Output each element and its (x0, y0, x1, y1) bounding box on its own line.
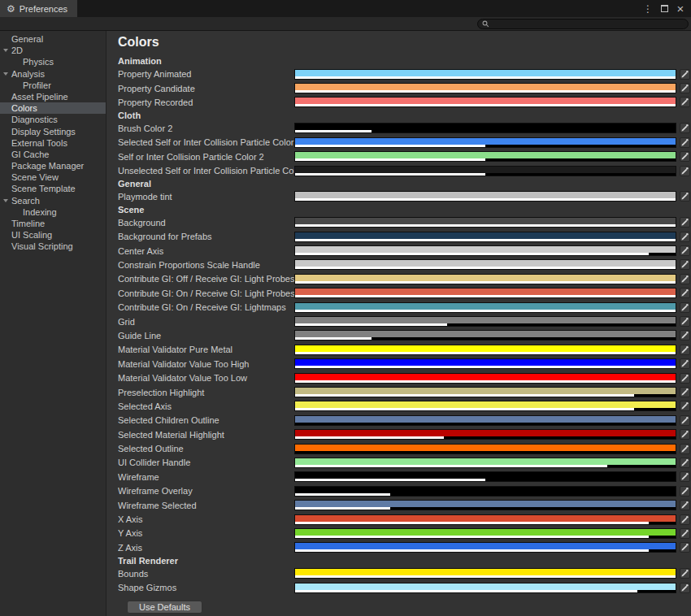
eyedropper-button[interactable] (680, 83, 690, 93)
eyedropper-button[interactable] (680, 415, 690, 426)
eyedropper-button[interactable] (680, 245, 690, 256)
color-swatch[interactable] (294, 245, 676, 256)
eyedropper-button[interactable] (680, 274, 690, 284)
color-swatch[interactable] (294, 583, 676, 593)
eyedropper-button[interactable] (680, 123, 690, 133)
color-swatch[interactable] (294, 358, 676, 369)
color-swatch[interactable] (294, 444, 676, 454)
color-swatch[interactable] (294, 166, 676, 176)
sidebar-item-physics[interactable]: Physics (0, 56, 106, 67)
swatch-alpha-bar (295, 281, 676, 284)
expander-triangle-icon[interactable] (3, 72, 8, 76)
eyedropper-button[interactable] (680, 401, 690, 411)
sidebar-item-visual-scripting[interactable]: Visual Scripting (0, 241, 106, 252)
sidebar-item-2d[interactable]: 2D (0, 45, 106, 56)
swatch-alpha-bar (295, 451, 676, 453)
eyedropper-button[interactable] (680, 217, 690, 228)
sidebar-item-colors[interactable]: Colors (0, 102, 106, 114)
eyedropper-button[interactable] (680, 387, 690, 397)
eyedropper-button[interactable] (680, 486, 690, 497)
color-swatch[interactable] (294, 83, 676, 93)
sidebar-item-profiler[interactable]: Profiler (0, 80, 106, 91)
sidebar-item-gi-cache[interactable]: GI Cache (0, 149, 106, 160)
search-input[interactable] (492, 20, 684, 28)
color-swatch[interactable] (294, 471, 676, 482)
eyedropper-button[interactable] (680, 542, 690, 553)
color-swatch[interactable] (294, 137, 676, 148)
eyedropper-button[interactable] (680, 166, 690, 176)
sidebar-item-diagnostics[interactable]: Diagnostics (0, 114, 106, 125)
eyedropper-button[interactable] (680, 345, 690, 355)
sidebar-item-scene-view[interactable]: Scene View (0, 171, 106, 183)
eyedropper-button[interactable] (680, 97, 690, 107)
color-swatch[interactable] (294, 345, 676, 355)
window-menu-icon[interactable]: ⋮ (642, 3, 654, 15)
eyedropper-button[interactable] (680, 288, 690, 298)
sidebar-item-display-settings[interactable]: Display Settings (0, 126, 106, 137)
eyedropper-button[interactable] (680, 191, 690, 202)
eyedropper-button[interactable] (680, 259, 690, 270)
eyedropper-button[interactable] (680, 528, 690, 539)
color-swatch[interactable] (294, 288, 676, 298)
color-swatch[interactable] (294, 69, 676, 80)
color-swatch[interactable] (294, 415, 676, 426)
tab-preferences[interactable]: ⚙ Preferences (0, 0, 77, 17)
color-swatch[interactable] (294, 302, 676, 313)
color-swatch[interactable] (294, 97, 676, 107)
eyedropper-button[interactable] (680, 568, 690, 579)
color-swatch[interactable] (294, 528, 676, 539)
maximize-icon[interactable] (658, 3, 670, 15)
search-box[interactable] (477, 19, 689, 29)
sidebar-item-search[interactable]: Search (0, 195, 106, 206)
color-swatch[interactable] (294, 232, 676, 242)
sidebar-item-scene-template[interactable]: Scene Template (0, 183, 106, 194)
eyedropper-button[interactable] (680, 69, 690, 80)
color-swatch[interactable] (294, 568, 676, 579)
color-swatch[interactable] (294, 316, 676, 327)
eyedropper-button[interactable] (680, 429, 690, 440)
color-swatch[interactable] (294, 191, 676, 202)
color-swatch[interactable] (294, 514, 676, 525)
eyedropper-button[interactable] (680, 583, 690, 593)
eyedropper-button[interactable] (680, 514, 690, 525)
sidebar-item-ui-scaling[interactable]: UI Scaling (0, 229, 106, 241)
color-swatch[interactable] (294, 123, 676, 133)
sidebar-item-indexing[interactable]: Indexing (0, 206, 106, 218)
color-swatch[interactable] (294, 500, 676, 510)
eyedropper-button[interactable] (680, 232, 690, 242)
sidebar-item-timeline[interactable]: Timeline (0, 218, 106, 229)
eyedropper-button[interactable] (680, 151, 690, 162)
eyedropper-button[interactable] (680, 330, 690, 341)
eyedropper-button[interactable] (680, 358, 690, 369)
eyedropper-button[interactable] (680, 444, 690, 454)
color-swatch[interactable] (294, 401, 676, 411)
color-swatch[interactable] (294, 259, 676, 270)
sidebar-item-general[interactable]: General (0, 33, 106, 45)
color-swatch[interactable] (294, 373, 676, 384)
expander-triangle-icon[interactable] (3, 199, 8, 202)
color-swatch[interactable] (294, 429, 676, 440)
color-swatch[interactable] (294, 542, 676, 553)
color-swatch[interactable] (294, 387, 676, 397)
eyedropper-button[interactable] (680, 500, 690, 510)
color-swatch[interactable] (294, 274, 676, 284)
expander-triangle-icon[interactable] (3, 49, 8, 52)
eyedropper-button[interactable] (680, 316, 690, 327)
eyedropper-button[interactable] (680, 471, 690, 482)
sidebar-item-label: 2D (11, 46, 23, 55)
close-icon[interactable]: × (675, 3, 686, 15)
sidebar-item-asset-pipeline[interactable]: Asset Pipeline (0, 91, 106, 102)
color-swatch[interactable] (294, 151, 676, 162)
color-swatch[interactable] (294, 486, 676, 497)
eyedropper-button[interactable] (680, 137, 690, 148)
eyedropper-button[interactable] (680, 373, 690, 384)
sidebar-item-external-tools[interactable]: External Tools (0, 137, 106, 149)
color-swatch[interactable] (294, 330, 676, 341)
eyedropper-button[interactable] (680, 302, 690, 313)
use-defaults-button[interactable]: Use Defaults (127, 601, 202, 614)
sidebar-item-analysis[interactable]: Analysis (0, 68, 106, 80)
eyedropper-button[interactable] (680, 458, 690, 468)
color-swatch[interactable] (294, 458, 676, 468)
sidebar-item-package-manager[interactable]: Package Manager (0, 160, 106, 171)
color-swatch[interactable] (294, 217, 676, 228)
